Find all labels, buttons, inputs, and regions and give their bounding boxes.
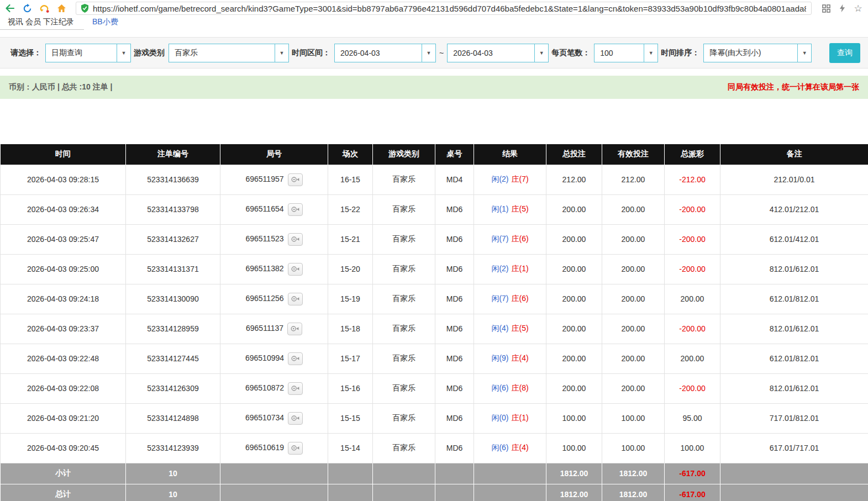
table-body: 2026-04-03 09:28:15523314136639696511957…	[1, 165, 868, 501]
cell-round-id: 696510619	[220, 433, 328, 463]
footer-cell	[435, 484, 474, 501]
date-query-value: 日期查询	[46, 48, 117, 58]
sort-order-select[interactable]: 降幂(由大到小) ▼	[703, 44, 812, 62]
cell-total-bet[interactable]: 212.00	[546, 165, 602, 194]
browser-actions: ☆	[820, 3, 864, 14]
cell-result: 闲(7)庄(6)	[474, 284, 546, 314]
video-replay-button[interactable]	[288, 293, 303, 305]
footer-cell: -617.00	[665, 463, 720, 484]
table-header-row: 时间注单编号局号场次游戏类别桌号结果总投注有效投注总派彩备注	[1, 144, 868, 165]
cell-total-bet[interactable]: 200.00	[546, 373, 602, 403]
cell-remark: 412.01/212.01	[720, 194, 868, 224]
cell-remark: 717.01/812.01	[720, 403, 868, 433]
video-replay-button[interactable]	[288, 352, 303, 365]
cell-game-type: 百家乐	[373, 314, 435, 344]
cell-total-bet[interactable]: 200.00	[546, 314, 602, 344]
cell-time: 2026-04-03 09:28:15	[1, 165, 126, 194]
footer-cell: 1812.00	[546, 463, 602, 484]
video-replay-button[interactable]	[288, 233, 303, 246]
filter-bar: 请选择： 日期查询 ▼ 游戏类别 百家乐 ▼ 时间区间： 2026-04-03 …	[0, 37, 868, 68]
cell-result: 闲(6)庄(8)	[474, 373, 546, 403]
round-id-text: 696510994	[245, 354, 284, 362]
cell-total-bet[interactable]: 200.00	[546, 254, 602, 284]
video-replay-button[interactable]	[288, 173, 303, 186]
back-button[interactable]	[4, 3, 15, 14]
result-player: 闲(6)	[491, 443, 508, 452]
cell-table-no: MD6	[435, 433, 474, 463]
per-page-value: 100	[595, 49, 644, 57]
cell-round-id: 696511523	[220, 224, 328, 254]
per-page-select[interactable]: 100 ▼	[594, 44, 658, 62]
round-id-text: 696511137	[246, 324, 283, 333]
cell-remark: 612.01/812.01	[720, 284, 868, 314]
cell-table-no: MD6	[435, 314, 474, 344]
cell-total-bet[interactable]: 200.00	[546, 344, 602, 373]
cell-table-no: MD6	[435, 224, 474, 254]
cell-time: 2026-04-03 09:26:34	[1, 194, 126, 224]
cell-valid-bet: 200.00	[602, 224, 665, 254]
round-id-text: 696511957	[245, 175, 283, 183]
result-banker: 庄(4)	[512, 354, 529, 362]
cell-payout: 200.00	[665, 284, 720, 314]
cell-total-bet[interactable]: 200.00	[546, 194, 602, 224]
round-id-text: 696511654	[245, 204, 283, 213]
cell-bet-id: 523314136639	[126, 165, 220, 194]
result-banker: 庄(8)	[512, 383, 529, 392]
video-replay-button[interactable]	[287, 323, 302, 335]
apps-grid-icon[interactable]	[820, 3, 832, 14]
date-from-select[interactable]: 2026-04-03 ▼	[334, 44, 436, 62]
cell-payout: -200.00	[665, 373, 720, 403]
home-button[interactable]	[56, 3, 67, 14]
result-player: 闲(2)	[491, 175, 508, 183]
total-row: 总计101812.001812.00-617.00	[1, 484, 868, 501]
footer-cell: 1812.00	[602, 484, 665, 501]
cell-session: 15-19	[328, 284, 373, 314]
footer-label: 总计	[1, 484, 126, 501]
video-replay-button[interactable]	[288, 203, 303, 216]
security-shield-icon	[81, 4, 88, 13]
bookmark-star-icon[interactable]: ☆	[853, 3, 864, 14]
cell-session: 15-21	[328, 224, 373, 254]
round-id-text: 696511523	[245, 234, 283, 243]
column-header: 游戏类别	[373, 144, 435, 165]
date-from-value: 2026-04-03	[335, 49, 422, 57]
round-id-text: 696510619	[245, 443, 284, 452]
column-header: 局号	[220, 144, 328, 165]
cell-round-id: 696511256	[220, 284, 328, 314]
cell-bet-id: 523314133798	[126, 194, 220, 224]
date-range-tilde: ~	[439, 49, 444, 57]
cell-round-id: 696510734	[220, 403, 328, 433]
cell-round-id: 696510994	[220, 344, 328, 373]
refresh-button[interactable]	[22, 3, 33, 14]
footer-cell	[373, 484, 435, 501]
result-player: 闲(0)	[491, 413, 508, 422]
cell-time: 2026-04-03 09:25:47	[1, 224, 126, 254]
video-replay-button[interactable]	[288, 412, 303, 425]
sort-order-label: 时间排序：	[661, 48, 699, 58]
cell-total-bet[interactable]: 100.00	[546, 403, 602, 433]
cell-remark: 612.01/812.01	[720, 344, 868, 373]
game-type-select[interactable]: 百家乐 ▼	[169, 44, 289, 62]
lightning-icon[interactable]	[837, 3, 848, 14]
table-row: 2026-04-03 09:24:18523314130090696511256…	[1, 284, 868, 314]
cell-payout: 95.00	[665, 403, 720, 433]
cell-total-bet[interactable]: 200.00	[546, 284, 602, 314]
video-replay-button[interactable]	[288, 382, 303, 395]
tab-video-bet-records[interactable]: 视讯 会员 下注纪录	[8, 17, 74, 27]
video-replay-button[interactable]	[288, 263, 303, 276]
result-banker: 庄(6)	[512, 234, 529, 243]
url-text[interactable]: https://iohetf.com/game/betrecord_search…	[93, 4, 806, 13]
tab-bb-tip[interactable]: BB小费	[92, 17, 118, 27]
cell-game-type: 百家乐	[373, 373, 435, 403]
video-replay-button[interactable]	[288, 442, 303, 455]
cell-bet-id: 523314130090	[126, 284, 220, 314]
search-button[interactable]: 查询	[829, 43, 860, 63]
cell-total-bet[interactable]: 100.00	[546, 433, 602, 463]
date-query-select[interactable]: 日期查询 ▼	[45, 44, 131, 62]
date-to-value: 2026-04-03	[448, 49, 534, 57]
address-bar[interactable]: https://iohetf.com/game/betrecord_search…	[76, 2, 812, 15]
table-row: 2026-04-03 09:26:34523314133798696511654…	[1, 194, 868, 224]
session-restore-button[interactable]	[39, 3, 50, 14]
date-to-select[interactable]: 2026-04-03 ▼	[447, 44, 549, 62]
cell-total-bet[interactable]: 200.00	[546, 224, 602, 254]
